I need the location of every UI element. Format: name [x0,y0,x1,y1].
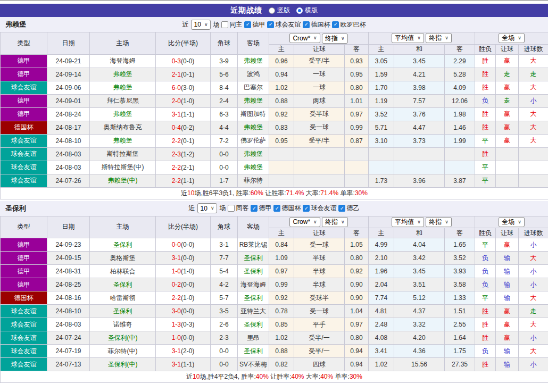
fulltime-score[interactable]: 2-2 [172,164,181,171]
away-team-cell[interactable]: 圣保利 [238,265,269,278]
away-team-cell[interactable]: 弗赖堡 [238,94,269,107]
score-cell[interactable]: 3-1(1-1) [156,107,211,121]
home-team-cell[interactable]: 弗赖堡 [90,81,156,94]
away-team-cell[interactable]: 佛罗伦萨 [238,134,269,147]
scope-select[interactable]: 全场∨ [499,217,525,227]
home-team-cell[interactable]: 圣保利 [90,305,156,318]
score-cell[interactable]: 1-0(1-0) [156,265,211,278]
away-team-cell[interactable]: 圣保利 [238,318,269,331]
home-team-cell[interactable]: 圣保利 [90,278,156,291]
avg-stage-select[interactable]: 终指∨ [426,217,452,227]
score-cell[interactable]: 2-1(0-1) [156,68,211,81]
fulltime-score[interactable]: 2-2 [172,294,181,302]
home-team-cell[interactable]: 斯特拉斯堡 [90,147,156,161]
league-filter[interactable]: ✓球会友谊 [303,204,336,213]
league-filter-label[interactable]: 球会友谊 [275,20,301,29]
layout-option-vertical[interactable]: 竖版 [269,6,290,15]
recent-count-select[interactable]: 10 ∨ [197,203,218,213]
radio-horizontal-label[interactable]: 横版 [305,6,318,15]
avg-odds-select[interactable]: 平均值∨ [392,33,424,43]
fulltime-score[interactable]: 3-1 [172,361,181,368]
same-venue-checkbox[interactable] [221,21,228,28]
home-team-cell[interactable]: 菲尔特(中) [90,345,156,358]
away-team-cell[interactable]: 巴塞尔 [238,81,269,94]
score-cell[interactable]: 3-1(1-1) [156,358,211,371]
home-team-cell[interactable]: 拜仁慕尼黑 [90,94,156,107]
fulltime-score[interactable]: 2-2 [172,177,181,185]
away-team-cell[interactable]: 斯图加特 [238,107,269,121]
fulltime-score[interactable]: 1-0 [172,268,181,275]
layout-option-horizontal[interactable]: 横版 [296,6,318,15]
home-team-cell[interactable]: 哈雷斯彻 [90,291,156,305]
score-cell[interactable]: 6-0(3-0) [156,81,211,94]
fulltime-score[interactable]: 2-1 [172,71,181,78]
fulltime-score[interactable]: 0-2 [172,281,181,288]
away-team-cell[interactable]: 弗赖堡 [238,121,269,134]
away-team-cell[interactable]: 圣保利 [238,252,269,265]
same-venue-label[interactable]: 同主 [229,20,242,29]
fulltime-score[interactable]: 0-3 [172,57,181,65]
home-team-cell[interactable]: 圣保利(中) [90,331,156,345]
home-team-cell[interactable]: 弗赖堡 [90,107,156,121]
fulltime-score[interactable]: 3-0 [172,307,181,315]
score-cell[interactable]: 0-3(0-0) [156,54,211,68]
score-cell[interactable]: 2-2(1-1) [156,174,211,187]
league-filter-checkbox[interactable]: ✓ [332,21,339,28]
fulltime-score[interactable]: 2-3 [172,151,181,158]
radio-unselected-icon[interactable] [269,7,275,14]
league-filter-label[interactable]: 德甲 [259,204,271,213]
away-team-cell[interactable]: 波鸿 [238,68,269,81]
away-team-cell[interactable]: 弗赖堡 [238,147,269,161]
away-team-cell[interactable]: 弗赖堡 [238,161,269,174]
away-team-cell[interactable]: 弗赖堡 [238,54,269,68]
score-cell[interactable]: 1-0(0-0) [156,331,211,345]
league-filter-label[interactable]: 德国杯 [311,20,330,29]
score-cell[interactable]: 2-2(2-1) [156,161,211,174]
home-team-cell[interactable]: 圣保利(中) [90,358,156,371]
league-filter-checkbox[interactable]: ✓ [303,21,310,28]
away-team-cell[interactable]: 亚特兰大 [238,305,269,318]
home-team-cell[interactable]: 奥格斯堡 [90,252,156,265]
recent-count-select[interactable]: 10 ∨ [191,20,211,30]
league-filter-label[interactable]: 德甲 [252,20,265,29]
score-cell[interactable]: 2-3(1-2) [156,147,211,161]
home-team-cell[interactable]: 弗赖堡 [90,134,156,147]
away-team-cell[interactable]: SV不莱梅 [238,358,269,371]
radio-selected-icon[interactable] [296,7,303,14]
odds-provider-select[interactable]: Crow*∨ [289,33,320,43]
fulltime-score[interactable]: 3-1 [172,111,181,118]
same-venue-label[interactable]: 同客 [236,204,248,213]
same-venue-filter[interactable]: 同主 [221,20,242,29]
league-filter-label[interactable]: 球会友谊 [311,204,336,213]
home-team-cell[interactable]: 斯特拉斯堡(中) [90,161,156,174]
league-filter[interactable]: ✓德乙 [338,204,359,213]
league-filter-checkbox[interactable]: ✓ [267,21,274,28]
score-cell[interactable]: 3-0(0-0) [156,305,211,318]
home-team-cell[interactable]: 弗赖堡(中) [90,174,156,187]
radio-vertical-label[interactable]: 竖版 [277,6,290,15]
score-cell[interactable]: 2-0(1-0) [156,94,211,107]
fulltime-score[interactable]: 3-1 [172,254,181,262]
score-cell[interactable]: 0-2(0-0) [156,278,211,291]
same-venue-filter[interactable]: 同客 [228,204,248,213]
avg-stage-select[interactable]: 终指∨ [426,33,452,43]
league-filter-checkbox[interactable]: ✓ [338,205,345,212]
odds-stage-select[interactable]: 终指∨ [322,217,348,227]
away-team-cell[interactable]: 圣保利 [238,291,269,305]
away-team-cell[interactable]: 圣保利 [238,345,269,358]
fulltime-score[interactable]: 1-3 [172,321,181,328]
home-team-cell[interactable]: 弗赖堡 [90,68,156,81]
odds-stage-select[interactable]: 终指∨ [322,34,348,44]
home-team-cell[interactable]: 海登海姆 [90,54,156,68]
fulltime-score[interactable]: 2-2 [172,137,181,145]
score-cell[interactable]: 0-0(0-0) [156,238,211,252]
fulltime-score[interactable]: 0-4 [172,124,181,131]
league-filter[interactable]: ✓德甲 [244,20,265,29]
score-cell[interactable]: 0-4(0-2) [156,121,211,134]
league-filter[interactable]: ✓欧罗巴杯 [332,20,366,29]
league-filter[interactable]: ✓德国杯 [303,20,330,29]
league-filter-checkbox[interactable]: ✓ [251,205,258,212]
home-team-cell[interactable]: 奥斯纳布鲁克 [90,121,156,134]
fulltime-score[interactable]: 1-0 [172,334,181,341]
league-filter-checkbox[interactable]: ✓ [303,205,310,212]
